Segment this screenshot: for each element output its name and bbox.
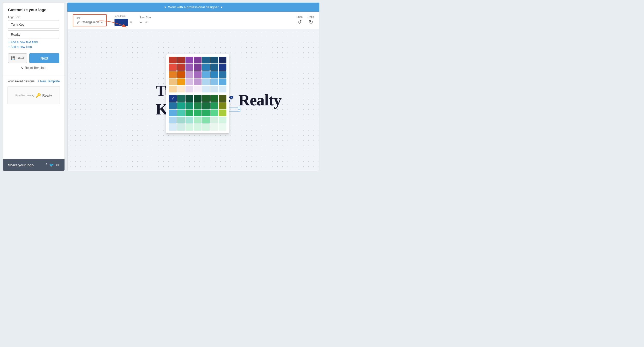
color-cell[interactable] (177, 95, 185, 102)
designer-text: Work with a professional designer (168, 5, 219, 9)
icon-section: Icon 🖌 Change icon ▼ (73, 14, 107, 26)
color-cell[interactable] (202, 110, 210, 116)
svg-rect-16 (238, 110, 240, 112)
twitter-icon[interactable]: 🐦 (49, 163, 54, 167)
color-cell[interactable] (210, 95, 218, 102)
color-cell[interactable] (219, 95, 226, 102)
color-cell[interactable] (210, 86, 218, 92)
color-cell[interactable] (185, 78, 193, 85)
color-cell[interactable] (194, 110, 202, 116)
color-picker-dropdown (166, 54, 229, 134)
color-cell[interactable] (194, 64, 202, 71)
color-cell[interactable] (185, 110, 193, 116)
color-cell[interactable] (194, 57, 202, 63)
redo-button[interactable]: Redo ↻ (308, 16, 314, 25)
color-cell[interactable] (202, 86, 210, 92)
color-cell[interactable] (185, 102, 193, 109)
color-cell[interactable] (185, 71, 193, 78)
color-cell[interactable] (202, 64, 210, 71)
color-cell[interactable] (177, 110, 185, 116)
color-cell[interactable] (202, 117, 210, 124)
color-cell[interactable] (185, 64, 193, 71)
color-dropdown-arrow[interactable]: ▼ (130, 21, 132, 24)
color-cell[interactable] (194, 102, 202, 109)
color-cell[interactable] (194, 78, 202, 85)
color-cell[interactable] (210, 117, 218, 124)
color-cell[interactable] (185, 57, 193, 63)
color-cell[interactable] (219, 78, 226, 85)
color-cell[interactable] (177, 117, 185, 124)
color-cell[interactable] (169, 57, 177, 63)
left-panel: Customize your logo Logo Text + Add a ne… (3, 3, 65, 171)
color-cell[interactable] (185, 124, 193, 131)
color-cell[interactable] (219, 57, 226, 63)
color-cell[interactable] (185, 117, 193, 124)
color-cell[interactable] (194, 86, 202, 92)
new-template-link[interactable]: + New Template (38, 79, 60, 83)
color-cell[interactable] (177, 71, 185, 78)
color-cell[interactable] (177, 78, 185, 85)
logo-text-input-2[interactable] (8, 30, 59, 39)
size-decrease-button[interactable]: - (140, 20, 142, 25)
next-button[interactable]: Next (29, 53, 59, 63)
color-grid (169, 57, 226, 131)
saved-template-card[interactable]: Five-Star Housing 🔑 Realty (8, 86, 60, 104)
svg-rect-14 (238, 107, 240, 109)
color-cell[interactable] (210, 110, 218, 116)
template-small-text: Five-Star Housing (16, 94, 34, 97)
logo-text-input-1[interactable] (8, 20, 59, 29)
color-cell[interactable] (194, 117, 202, 124)
color-cell[interactable] (185, 86, 193, 92)
color-cell[interactable] (177, 102, 185, 109)
color-cell[interactable] (202, 124, 210, 131)
logo-text-label: Logo Text (8, 16, 59, 19)
color-cell[interactable] (210, 71, 218, 78)
add-icon-link[interactable]: + Add a new icon (8, 45, 59, 49)
change-icon-button[interactable]: 🖌 Change icon ▼ (76, 20, 103, 24)
color-cell[interactable] (210, 78, 218, 85)
color-cell[interactable] (219, 71, 226, 78)
color-cell[interactable] (169, 117, 177, 124)
color-cell[interactable] (169, 124, 177, 131)
save-button[interactable]: 💾 Save (8, 53, 27, 63)
color-cell[interactable] (202, 57, 210, 63)
color-cell[interactable] (169, 78, 177, 85)
color-cell[interactable] (177, 124, 185, 131)
color-cell[interactable] (185, 95, 193, 102)
color-cell[interactable] (194, 124, 202, 131)
color-cell[interactable] (219, 64, 226, 71)
color-cell[interactable] (169, 110, 177, 116)
color-cell[interactable] (169, 64, 177, 71)
color-cell[interactable] (219, 102, 226, 109)
color-cell[interactable] (169, 102, 177, 109)
color-cell[interactable] (169, 71, 177, 78)
color-cell[interactable] (210, 57, 218, 63)
color-cell[interactable] (177, 86, 185, 92)
color-cell[interactable] (219, 110, 226, 116)
canvas-area[interactable]: Turn Key (67, 29, 319, 171)
color-cell[interactable] (194, 71, 202, 78)
color-cell[interactable] (219, 117, 226, 124)
undo-button[interactable]: Undo ↺ (296, 16, 303, 25)
color-cell[interactable] (177, 57, 185, 63)
color-cell[interactable] (210, 124, 218, 131)
facebook-icon[interactable]: f (46, 163, 47, 167)
color-cell[interactable] (210, 102, 218, 109)
color-cell[interactable] (219, 124, 226, 131)
email-icon[interactable]: ✉ (56, 163, 59, 167)
color-cell[interactable] (169, 86, 177, 92)
color-cell[interactable] (202, 71, 210, 78)
color-cell-selected[interactable] (169, 95, 177, 102)
color-cell[interactable] (210, 64, 218, 71)
add-text-field-link[interactable]: + Add a new text field (8, 40, 59, 44)
color-cell[interactable] (202, 95, 210, 102)
reset-template-link[interactable]: ↻ Reset Template (8, 66, 59, 70)
template-realty-text: Realty (42, 93, 52, 97)
color-swatch[interactable] (115, 19, 128, 26)
size-increase-button[interactable]: + (145, 20, 148, 25)
color-cell[interactable] (194, 95, 202, 102)
color-cell[interactable] (219, 86, 226, 92)
color-cell[interactable] (202, 102, 210, 109)
color-cell[interactable] (177, 64, 185, 71)
color-cell[interactable] (202, 78, 210, 85)
